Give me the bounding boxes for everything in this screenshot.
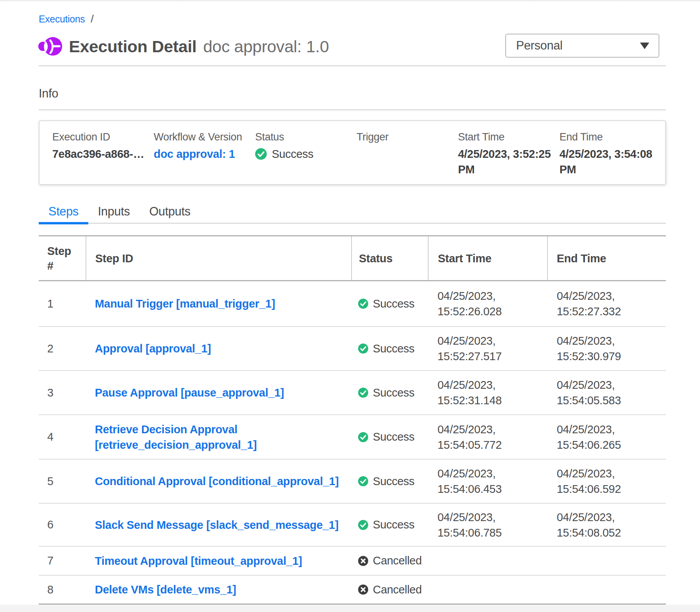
end-time-line: 15:52:27.332	[557, 304, 666, 319]
table-header-cell: Step ID	[86, 236, 351, 280]
info-field-text: 4/25/2023, 3:52:25 PM	[458, 148, 551, 176]
step-id-link[interactable]: Timeout Approval [timeout_approval_1]	[95, 555, 302, 567]
tab-label: Steps	[48, 205, 79, 218]
status-text: Success	[373, 297, 415, 310]
status-text: Success	[373, 342, 415, 355]
info-field: Trigger	[357, 130, 458, 184]
step-id-cell: Slack Send Message [slack_send_message_1…	[86, 517, 351, 533]
success-icon	[358, 299, 368, 309]
step-id-cell: Pause Approval [pause_approval_1]	[86, 385, 351, 400]
success-icon	[358, 344, 368, 354]
end-date-line: 04/25/2023,	[557, 466, 666, 481]
start-time-cell: 04/25/2023, 15:52:27.517	[428, 333, 547, 364]
info-field-label: Trigger	[357, 130, 453, 144]
step-status-cell: Success	[351, 431, 428, 443]
status-text: Cancelled	[373, 554, 422, 567]
scope-select-value: Personal	[516, 39, 640, 53]
table-row: 1 Manual Trigger [manual_trigger_1] Succ…	[39, 281, 666, 326]
info-divider	[39, 109, 666, 110]
table-header-cell: Start Time	[428, 236, 547, 280]
end-time-cell: 04/25/2023, 15:52:30.979	[547, 333, 666, 364]
table-row: 2 Approval [approval_1] Success 04/25/20…	[39, 326, 666, 370]
start-time-line: 15:52:31.148	[438, 393, 547, 408]
info-field-text: 7e8ac396-a868-…	[52, 148, 144, 160]
start-date-line: 04/25/2023,	[438, 333, 547, 349]
status-text: Success	[373, 518, 415, 531]
step-id-link[interactable]: Pause Approval [pause_approval_1]	[95, 386, 284, 399]
info-field-label: End Time	[559, 130, 656, 144]
info-field-label: Start Time	[458, 130, 555, 144]
table-row: 7 Timeout Approval [timeout_approval_1] …	[39, 546, 666, 575]
end-time-cell: 04/25/2023, 15:52:27.332	[547, 288, 666, 319]
info-field-label: Execution ID	[52, 130, 149, 144]
status-text: Success	[373, 475, 415, 488]
success-icon	[358, 520, 368, 530]
info-field-label: Workflow & Version	[154, 130, 250, 144]
info-heading: Info	[39, 86, 58, 101]
step-number-cell: 5	[39, 475, 86, 488]
step-id-link[interactable]: Manual Trigger [manual_trigger_1]	[95, 297, 275, 310]
start-time-cell: 04/25/2023, 15:54:05.772	[428, 422, 547, 453]
step-status-cell: Cancelled	[351, 583, 428, 596]
table-body: 1 Manual Trigger [manual_trigger_1] Succ…	[39, 281, 666, 603]
cancelled-icon	[358, 556, 368, 566]
status-text: Cancelled	[373, 583, 422, 596]
status-text: Success	[373, 431, 415, 443]
table-header-label: Status	[359, 251, 393, 266]
status-value: Success	[255, 146, 352, 162]
breadcrumb-link-executions[interactable]: Executions	[39, 14, 85, 24]
table-row: 4 Retrieve Decision Approval [retrieve_d…	[39, 414, 666, 459]
step-id-cell: Manual Trigger [manual_trigger_1]	[86, 296, 351, 311]
step-number-cell: 8	[39, 583, 86, 596]
step-id-link[interactable]: Approval [approval_1]	[95, 342, 211, 355]
info-field-value: 4/25/2023, 3:52:25 PM	[458, 146, 555, 177]
info-field-value: 7e8ac396-a868-…	[52, 146, 149, 162]
table-header-label: End Time	[557, 251, 606, 266]
step-id-link[interactable]: Delete VMs [delete_vms_1]	[95, 583, 236, 596]
tab-steps[interactable]: Steps	[39, 202, 88, 224]
table-header-label: Step ID	[95, 251, 133, 266]
step-number-cell: 2	[39, 342, 86, 355]
step-status-cell: Cancelled	[351, 554, 428, 567]
step-id-cell: Approval [approval_1]	[86, 341, 351, 356]
end-date-line: 04/25/2023,	[557, 333, 666, 349]
steps-table: Step #Step IDStatusStart TimeEnd Time 1 …	[39, 235, 666, 605]
breadcrumb: Executions/	[39, 13, 94, 25]
success-icon	[358, 432, 368, 442]
start-time-cell: 04/25/2023, 15:52:31.148	[428, 377, 547, 408]
table-row: 8 Delete VMs [delete_vms_1] Cancelled	[39, 575, 666, 603]
step-number-cell: 6	[39, 518, 86, 531]
end-time-line: 15:54:08.052	[557, 525, 666, 540]
step-id-cell: Retrieve Decision Approval [retrieve_dec…	[86, 422, 351, 453]
start-time-line: 15:54:06.785	[438, 525, 547, 540]
scope-select[interactable]: Personal	[505, 34, 659, 58]
workflow-icon	[38, 36, 63, 56]
table-row: 3 Pause Approval [pause_approval_1] Succ…	[39, 370, 666, 414]
step-status-cell: Success	[351, 297, 428, 310]
table-header-label: Start Time	[438, 251, 491, 266]
info-field-text: 4/25/2023, 3:54:08 PM	[559, 148, 652, 176]
step-id-cell: Timeout Approval [timeout_approval_1]	[86, 553, 351, 569]
start-time-line: 15:54:06.453	[438, 481, 547, 497]
workflow-version-link[interactable]: doc approval: 1	[154, 148, 235, 160]
top-edge-shadow	[0, 0, 700, 2]
end-time-cell: 04/25/2023, 15:54:05.583	[547, 377, 666, 408]
info-field-value: doc approval: 1	[154, 146, 250, 162]
step-number-cell: 1	[39, 297, 86, 310]
cancelled-icon	[358, 585, 368, 595]
status-text: Success	[373, 386, 415, 399]
execution-detail-page: Executions/ Execution Detail doc approva…	[0, 0, 700, 605]
step-id-link[interactable]: Slack Send Message [slack_send_message_1…	[95, 519, 338, 531]
end-time-line: 15:52:30.979	[557, 349, 666, 364]
step-number-cell: 4	[39, 431, 86, 443]
page-subtitle: doc approval: 1.0	[203, 37, 329, 56]
step-id-link[interactable]: Conditional Approval [conditional_approv…	[95, 475, 339, 487]
title-divider	[39, 65, 666, 66]
start-date-line: 04/25/2023,	[438, 509, 547, 525]
step-id-link[interactable]: Retrieve Decision Approval [retrieve_dec…	[95, 423, 257, 451]
tab-outputs[interactable]: Outputs	[139, 202, 200, 224]
tab-inputs[interactable]: Inputs	[88, 202, 140, 224]
table-header-row: Step #Step IDStatusStart TimeEnd Time	[39, 236, 666, 281]
start-time-cell: 04/25/2023, 15:54:06.453	[428, 466, 547, 497]
success-icon	[358, 388, 368, 398]
